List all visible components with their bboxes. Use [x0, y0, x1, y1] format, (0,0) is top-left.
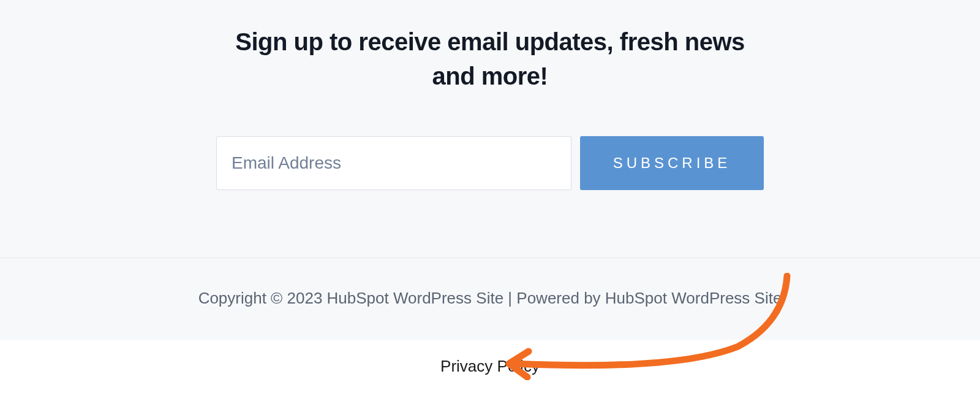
privacy-policy-link[interactable]: Privacy Policy — [440, 357, 540, 375]
signup-section: Sign up to receive email updates, fresh … — [0, 0, 980, 258]
signup-form: SUBSCRIBE — [0, 136, 980, 190]
subscribe-button[interactable]: SUBSCRIBE — [580, 136, 764, 190]
copyright-section: Copyright © 2023 HubSpot WordPress Site … — [0, 258, 980, 340]
copyright-text: Copyright © 2023 HubSpot WordPress Site … — [0, 289, 980, 308]
signup-heading: Sign up to receive email updates, fresh … — [214, 25, 766, 93]
email-input[interactable] — [216, 136, 571, 190]
privacy-section: Privacy Policy — [0, 340, 980, 393]
